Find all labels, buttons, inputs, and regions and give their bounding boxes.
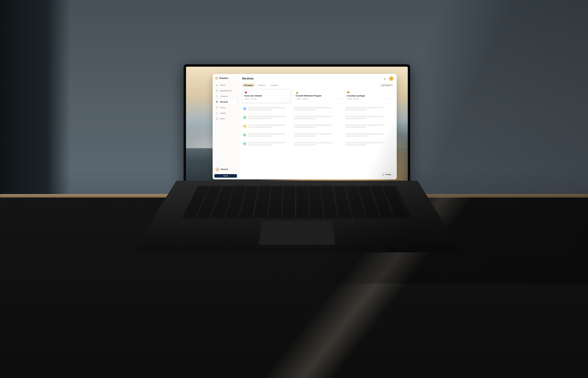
svg-point-1 bbox=[217, 95, 217, 96]
sidebar-item-label: Library bbox=[220, 112, 226, 114]
app-window: Practice Home Appointmen bbox=[213, 74, 397, 179]
download-icon bbox=[384, 78, 386, 80]
user-icon bbox=[216, 95, 218, 97]
tabs: Packages Products Coupons bbox=[242, 83, 280, 87]
list-item[interactable] bbox=[344, 114, 394, 121]
home-icon bbox=[216, 84, 218, 86]
package-title: Grow your mindset bbox=[244, 95, 289, 97]
svg-point-12 bbox=[388, 99, 388, 99]
card-icon: 💳 bbox=[347, 91, 391, 94]
calendar-icon bbox=[216, 89, 218, 92]
plus-icon bbox=[390, 78, 392, 80]
switch-button[interactable]: Switch bbox=[214, 174, 237, 178]
list-item[interactable] bbox=[344, 140, 394, 147]
sidebar-item-contacts[interactable]: Contacts bbox=[214, 94, 237, 99]
sidebar-item-inbox[interactable]: Inbox bbox=[214, 116, 237, 121]
brand[interactable]: Practice bbox=[214, 76, 237, 82]
package-meta: 4 appts · $799.99 bbox=[244, 98, 256, 100]
list-item[interactable] bbox=[242, 132, 291, 138]
package-meta: 8 appts · $1299.99 bbox=[295, 98, 309, 100]
todos-button[interactable]: To-dos bbox=[380, 172, 394, 177]
tabs-row: Packages Products Coupons Last created bbox=[242, 83, 394, 87]
avatar bbox=[215, 167, 219, 171]
sort-label: Last created bbox=[381, 84, 390, 86]
svg-rect-0 bbox=[216, 90, 218, 92]
list-item[interactable] bbox=[293, 123, 343, 130]
link-icon[interactable] bbox=[287, 98, 289, 100]
package-card[interactable]: 🔒 4-month Reflection Program 8 appts · $… bbox=[293, 89, 343, 103]
list-item[interactable] bbox=[242, 105, 291, 112]
laptop-keyboard bbox=[132, 181, 461, 252]
sidebar-item-forms[interactable]: Forms bbox=[214, 105, 237, 110]
status-badge bbox=[243, 116, 247, 119]
list-item[interactable] bbox=[242, 140, 291, 147]
add-button[interactable] bbox=[389, 76, 394, 81]
chevron-down-icon bbox=[391, 85, 392, 86]
more-icon[interactable] bbox=[386, 98, 388, 100]
status-badge bbox=[243, 142, 247, 146]
sidebar-item-library[interactable]: Library bbox=[214, 111, 237, 116]
list-item[interactable] bbox=[242, 123, 291, 130]
heart-icon: 💗 bbox=[244, 91, 289, 94]
forms-icon bbox=[216, 106, 218, 109]
svg-point-9 bbox=[336, 99, 336, 99]
download-button[interactable] bbox=[383, 76, 387, 81]
briefcase-icon bbox=[216, 101, 218, 103]
todos-label: To-dos bbox=[386, 174, 391, 176]
main-header: Services bbox=[242, 76, 394, 83]
header-actions bbox=[383, 76, 394, 81]
sidebar-item-home[interactable]: Home bbox=[214, 83, 237, 87]
list-item[interactable] bbox=[293, 132, 343, 138]
main: Services bbox=[239, 74, 397, 179]
package-card[interactable]: 💗 Grow your mindset 4 appts · $799.99 bbox=[242, 89, 291, 103]
link-icon[interactable] bbox=[389, 98, 391, 100]
folder-icon bbox=[216, 112, 218, 114]
status-badge bbox=[243, 133, 247, 137]
list-item[interactable] bbox=[293, 114, 343, 121]
list-item[interactable] bbox=[344, 123, 394, 130]
package-title: 2 sessions package bbox=[347, 95, 391, 97]
tab-packages[interactable]: Packages bbox=[242, 83, 255, 87]
sidebar-item-label: Services bbox=[220, 101, 228, 103]
lock-icon: 🔒 bbox=[295, 91, 340, 94]
sidebar-item-label: Home bbox=[220, 84, 225, 86]
sidebar-item-appointments[interactable]: Appointments bbox=[214, 88, 237, 93]
list-item[interactable] bbox=[242, 114, 291, 121]
inbox-icon bbox=[216, 117, 218, 120]
status-badge bbox=[243, 107, 247, 111]
sidebar-item-label: Appointments bbox=[220, 90, 232, 92]
package-card[interactable]: 💳 2 sessions package 2 appts · $249.99 bbox=[344, 89, 394, 103]
laptop-display: Practice Home Appointmen bbox=[186, 67, 408, 187]
page-title: Services bbox=[242, 77, 254, 80]
package-skeleton-grid bbox=[242, 105, 394, 147]
sidebar-item-label: Inbox bbox=[220, 118, 225, 120]
user-name: Emma R. bbox=[221, 168, 228, 170]
list-item[interactable] bbox=[344, 132, 394, 138]
user-card[interactable]: Emma R. bbox=[214, 166, 237, 172]
status-badge bbox=[243, 124, 247, 128]
tab-products[interactable]: Products bbox=[256, 83, 267, 87]
brand-logo-icon bbox=[215, 77, 218, 80]
package-meta: 2 appts · $249.99 bbox=[347, 98, 359, 100]
sidebar-item-label: Forms bbox=[220, 106, 225, 108]
more-icon[interactable] bbox=[335, 98, 337, 100]
sidebar-item-label: Contacts bbox=[220, 95, 227, 97]
package-cards: 💗 Grow your mindset 4 appts · $799.99 bbox=[242, 89, 394, 103]
package-title: 4-month Reflection Program bbox=[295, 95, 340, 97]
tab-coupons[interactable]: Coupons bbox=[268, 83, 280, 87]
list-item[interactable] bbox=[293, 105, 343, 112]
link-icon[interactable] bbox=[338, 98, 340, 100]
brand-name: Practice bbox=[219, 77, 228, 80]
chat-icon bbox=[382, 174, 385, 176]
svg-point-5 bbox=[284, 99, 285, 99]
scene-mockup: Practice Home Appointmen bbox=[0, 0, 588, 378]
laptop: Practice Home Appointmen bbox=[176, 64, 417, 272]
list-item[interactable] bbox=[293, 140, 343, 147]
laptop-bezel: Practice Home Appointmen bbox=[184, 64, 410, 189]
svg-rect-2 bbox=[216, 102, 218, 103]
more-icon[interactable] bbox=[284, 98, 286, 100]
sort-dropdown[interactable]: Last created bbox=[380, 84, 394, 87]
list-item[interactable] bbox=[344, 105, 394, 112]
sidebar: Practice Home Appointmen bbox=[213, 74, 239, 179]
sidebar-item-services[interactable]: Services bbox=[214, 99, 237, 104]
